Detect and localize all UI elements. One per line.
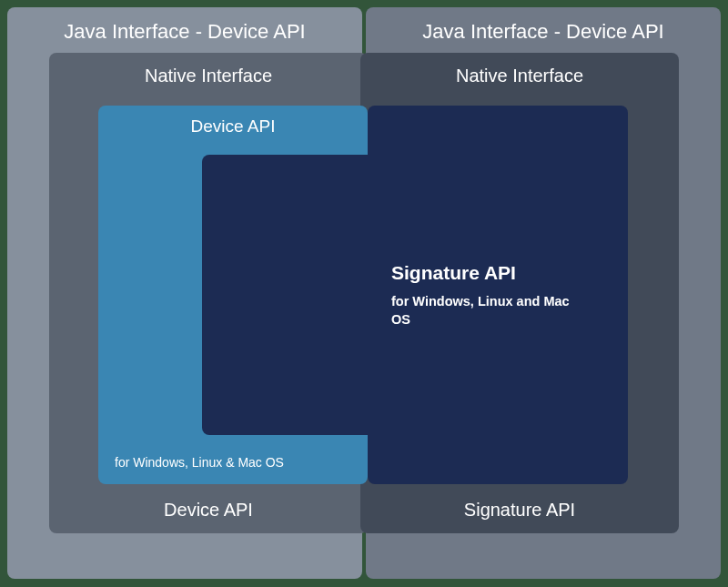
native-signature-api-label: Signature API (360, 500, 679, 521)
native-interface-left-label: Native Interface (49, 66, 368, 86)
signature-overlap-notch (202, 155, 371, 435)
signature-api-box: Signature API for Windows, Linux and Mac… (368, 106, 628, 484)
device-api-subtitle: for Windows, Linux & Mac OS (115, 455, 384, 470)
java-interface-left-label: Java Interface - Device API (7, 20, 362, 44)
device-api-title: Device API (98, 116, 368, 137)
signature-api-subtitle: for Windows, Linux and Mac OS (391, 293, 592, 329)
java-interface-right-label: Java Interface - Device API (366, 20, 721, 44)
native-interface-right-label: Native Interface (360, 66, 679, 86)
native-device-api-label: Device API (49, 500, 368, 521)
signature-api-title: Signature API (391, 262, 516, 284)
